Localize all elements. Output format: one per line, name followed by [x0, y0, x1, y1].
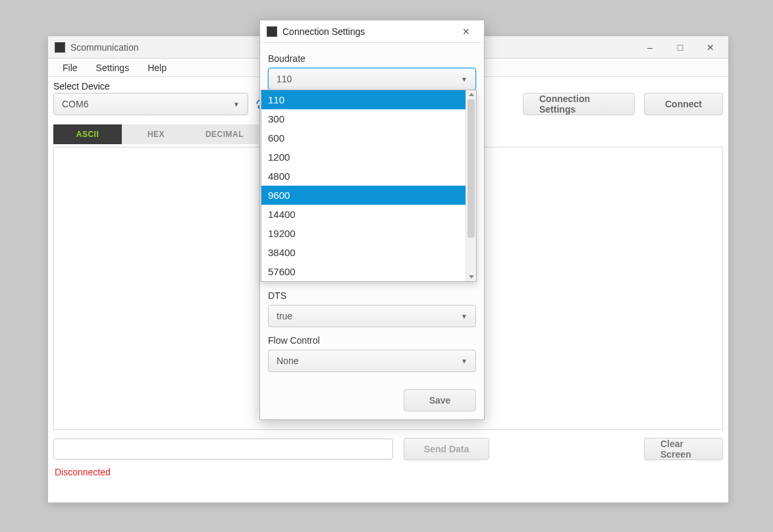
baudrate-option[interactable]: 600 — [261, 128, 466, 147]
device-select[interactable]: COM6 ▼ — [53, 93, 248, 115]
baudrate-option[interactable]: 300 — [261, 109, 466, 128]
baudrate-option[interactable]: 57600 — [261, 262, 466, 281]
dts-select[interactable]: true ▼ — [268, 305, 476, 327]
baudrate-option[interactable]: 4800 — [261, 167, 466, 186]
scrollbar-thumb[interactable] — [467, 99, 475, 238]
baudrate-label: Boudrate — [268, 53, 476, 64]
dialog-title: Connection Settings — [282, 26, 365, 37]
tab-hex[interactable]: HEX — [122, 124, 190, 144]
baudrate-option[interactable]: 9600 — [261, 186, 466, 205]
baudrate-select[interactable]: 110 ▼ — [268, 68, 476, 90]
connection-status: Disconnected — [48, 463, 728, 483]
chevron-down-icon: ▼ — [461, 313, 467, 320]
window-controls: – □ ✕ — [635, 36, 726, 58]
flow-control-value: None — [277, 356, 298, 366]
baudrate-option[interactable]: 110 — [261, 90, 466, 109]
menu-settings[interactable]: Settings — [88, 60, 138, 76]
baudrate-dropdown: 110 300 600 1200 4800 9600 14400 19200 3… — [261, 90, 477, 282]
connection-settings-button[interactable]: Connection Settings — [523, 93, 635, 115]
tab-ascii[interactable]: ASCII — [53, 124, 122, 144]
device-value: COM6 — [62, 99, 88, 109]
baudrate-option[interactable]: 14400 — [261, 205, 466, 224]
dts-label: DTS — [268, 290, 476, 301]
baudrate-option[interactable]: 1200 — [261, 147, 466, 167]
flow-control-select[interactable]: None ▼ — [268, 350, 476, 372]
connect-button[interactable]: Connect — [644, 93, 723, 115]
menu-file[interactable]: File — [55, 60, 86, 76]
dts-value: true — [277, 311, 292, 321]
dialog-titlebar: Connection Settings ✕ — [260, 20, 484, 43]
dialog-icon — [267, 26, 277, 37]
flow-control-label: Flow Control — [268, 335, 476, 346]
app-icon — [55, 42, 65, 53]
baudrate-value: 110 — [277, 74, 292, 84]
menu-help[interactable]: Help — [140, 60, 174, 76]
clear-screen-button[interactable]: Clear Screen — [644, 438, 723, 460]
dialog-close-button[interactable]: ✕ — [451, 20, 481, 42]
baudrate-option[interactable]: 38400 — [261, 243, 466, 262]
chevron-down-icon: ▼ — [233, 101, 240, 108]
minimize-button[interactable]: – — [635, 36, 665, 58]
baudrate-option[interactable]: 19200 — [261, 224, 466, 243]
app-title: Scommunication — [70, 42, 139, 53]
send-data-button[interactable]: Send Data — [404, 438, 489, 460]
send-input[interactable] — [53, 439, 393, 460]
maximize-button[interactable]: □ — [665, 36, 695, 58]
close-button[interactable]: ✕ — [695, 36, 726, 58]
dropdown-scrollbar[interactable] — [466, 90, 476, 281]
chevron-down-icon: ▼ — [461, 358, 467, 365]
baudrate-option-list: 110 300 600 1200 4800 9600 14400 19200 3… — [261, 90, 466, 281]
save-button[interactable]: Save — [404, 389, 476, 412]
tab-decimal[interactable]: DECIMAL — [190, 124, 259, 144]
bottom-row: Send Data Clear Screen — [48, 430, 728, 463]
chevron-down-icon: ▼ — [461, 76, 467, 83]
